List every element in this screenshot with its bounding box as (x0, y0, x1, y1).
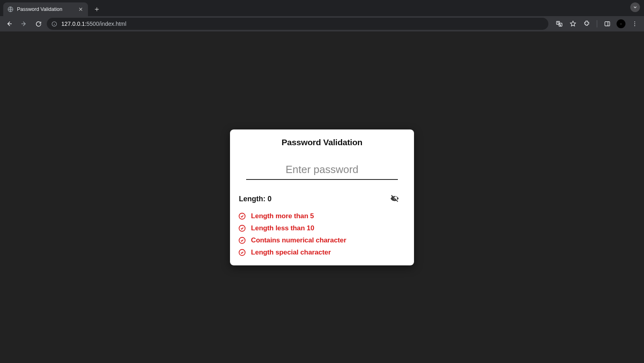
check-circle-icon (238, 224, 246, 232)
rule-text: Length special character (251, 248, 331, 257)
reload-button[interactable] (32, 18, 44, 30)
address-bar[interactable]: 127.0.0.1:5500/index.html (47, 18, 548, 30)
check-circle-icon (238, 248, 246, 257)
toolbar: 127.0.0.1:5500/index.html ·· (0, 16, 644, 31)
svg-rect-4 (605, 22, 610, 26)
separator (597, 20, 597, 27)
rules-list: Length more than 5 Length less than 10 C… (238, 212, 406, 257)
star-icon[interactable] (567, 18, 579, 30)
close-icon[interactable] (77, 6, 84, 13)
check-circle-icon (238, 212, 246, 220)
back-button[interactable] (3, 18, 15, 30)
browser-tab[interactable]: Password Validation (3, 2, 88, 16)
check-circle-icon (238, 236, 246, 244)
rule-item: Contains numerical character (238, 236, 406, 244)
length-value: 0 (268, 195, 272, 203)
url-text: 127.0.0.1:5500/index.html (61, 21, 126, 27)
tab-title: Password Validation (17, 6, 74, 12)
toolbar-right: ·· (553, 18, 641, 30)
length-prefix: Length: (239, 195, 268, 203)
new-tab-button[interactable] (91, 4, 102, 15)
forward-button[interactable] (18, 18, 30, 30)
rule-item: Length special character (238, 248, 406, 257)
info-icon (51, 21, 57, 27)
eye-off-icon (390, 194, 399, 205)
profile-avatar[interactable]: ·· (615, 18, 627, 30)
password-card: Password Validation Length: 0 Length mor… (230, 129, 414, 265)
url-host: 127.0.0.1: (61, 21, 86, 27)
svg-point-6 (634, 23, 635, 24)
rule-text: Length more than 5 (251, 212, 314, 220)
rule-text: Length less than 10 (251, 224, 314, 232)
length-label: Length: 0 (239, 195, 272, 203)
rule-text: Contains numerical character (251, 236, 346, 244)
url-path: 5500/index.html (86, 21, 126, 27)
sidepanel-icon[interactable] (601, 18, 613, 30)
toggle-visibility-button[interactable] (389, 194, 400, 205)
window-dropdown-button[interactable] (630, 2, 640, 12)
kebab-menu-icon[interactable] (629, 18, 641, 30)
svg-point-7 (634, 25, 635, 26)
extensions-icon[interactable] (581, 18, 593, 30)
password-input[interactable] (246, 162, 398, 180)
rule-item: Length more than 5 (238, 212, 406, 220)
tab-strip: Password Validation (0, 0, 644, 16)
browser-chrome: Password Validation 127.0.0.1:5500/i (0, 0, 644, 31)
card-title: Password Validation (238, 138, 406, 147)
rule-item: Length less than 10 (238, 224, 406, 232)
globe-icon (7, 6, 14, 13)
translate-icon[interactable] (553, 18, 565, 30)
page-viewport: Password Validation Length: 0 Length mor… (0, 31, 644, 363)
svg-point-5 (634, 21, 635, 22)
avatar-icon: ·· (617, 19, 625, 28)
